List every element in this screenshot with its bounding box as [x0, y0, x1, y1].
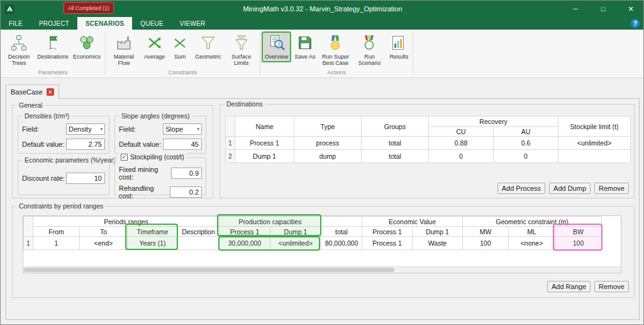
- cell-recovery-au[interactable]: 0: [494, 150, 558, 163]
- horizontal-scrollbar[interactable]: [23, 266, 621, 273]
- decision-trees-button[interactable]: Decision Trees: [2, 31, 36, 69]
- destinations-remove-button[interactable]: Remove: [594, 183, 629, 194]
- rehandling-cost-label: Rehandling cost:: [119, 185, 170, 200]
- constraints-row: 1 1 <end> Years (1) 30,000,000 <unlimite…: [24, 237, 602, 250]
- group-header-economic: Economic Value: [362, 217, 463, 227]
- cell-prod-process[interactable]: 30,000,000: [219, 237, 270, 250]
- densities-field-select[interactable]: Density ▾: [66, 123, 105, 135]
- chevron-down-icon: ▾: [100, 127, 103, 132]
- destination-row: 2 Dump 1 dump total 0 0: [226, 150, 631, 163]
- ribbon-divider: [413, 31, 413, 75]
- cell-groups[interactable]: total: [362, 137, 429, 150]
- cell-from[interactable]: 1: [33, 237, 80, 250]
- economic-parameters-group: Economic parameters (%/year) Discount ra…: [18, 160, 109, 195]
- window-title: MiningMath v3.0.32 - Marvin_Strategy_Opt…: [243, 5, 402, 13]
- general-group: General Densities (t/m³) Field: Density …: [12, 105, 213, 198]
- decision-trees-icon: [10, 34, 28, 53]
- corner-header: [24, 217, 33, 237]
- scrollbar-thumb[interactable]: [24, 268, 394, 272]
- cell-ml[interactable]: <none>: [509, 237, 555, 250]
- geometric-icon: [199, 34, 217, 53]
- material-flow-icon: [115, 34, 133, 53]
- status-badge: All Completed (1): [64, 2, 114, 14]
- add-process-button[interactable]: Add Process: [497, 183, 545, 194]
- minimize-button[interactable]: ─: [562, 1, 589, 17]
- cell-econ-dump[interactable]: Waste: [413, 237, 463, 250]
- col-header-prod-dump: Dump 1: [270, 227, 321, 237]
- overview-button[interactable]: Overview: [262, 31, 292, 62]
- slope-field-label: Field:: [119, 125, 136, 133]
- ribbon-button-label: Surface Limits: [228, 54, 255, 67]
- close-button[interactable]: ✕: [617, 1, 644, 17]
- cell-groups[interactable]: total: [362, 150, 429, 163]
- cell-name[interactable]: Dump 1: [235, 150, 294, 163]
- cell-mw[interactable]: 100: [463, 237, 509, 250]
- tab-file[interactable]: FILE: [1, 17, 31, 30]
- cell-bw[interactable]: 100: [555, 237, 602, 250]
- cell-prod-dump[interactable]: <unlimited>: [270, 237, 321, 250]
- document-tab-basecase[interactable]: BaseCase ✕: [6, 84, 59, 99]
- stockpiling-checkbox[interactable]: ✓: [121, 154, 128, 161]
- discount-rate-input[interactable]: 10: [66, 173, 105, 184]
- constraints-table: Periods ranges Production capacities Eco…: [23, 216, 602, 250]
- ribbon-button-label: Sum: [174, 54, 186, 60]
- maximize-button[interactable]: □: [589, 1, 617, 17]
- sum-icon: [171, 34, 189, 53]
- cell-recovery-au[interactable]: 0.6: [494, 137, 558, 150]
- row-number: 2: [226, 150, 235, 163]
- fixed-mining-cost-input[interactable]: 0.9: [171, 168, 202, 179]
- rehandling-cost-input[interactable]: 0.2: [170, 186, 202, 198]
- constraints-remove-button[interactable]: Remove: [594, 281, 629, 292]
- stockpiling-group: ✓ Stockpiling (cost/t) Fixed mining cost…: [114, 157, 206, 195]
- geometric-button[interactable]: Geometric: [192, 31, 225, 62]
- cell-stockpile-limit[interactable]: [558, 150, 631, 163]
- cell-recovery-cu[interactable]: 0: [429, 150, 494, 163]
- tab-scenarios[interactable]: SCENARIOS: [77, 17, 132, 30]
- run-scenario-button[interactable]: Run Scenario: [352, 31, 386, 69]
- cell-total[interactable]: 80,000,000: [321, 237, 362, 250]
- col-header-groups: Groups: [362, 117, 429, 137]
- economics-icon: [78, 34, 96, 53]
- col-header-ml: ML: [509, 227, 555, 237]
- cell-name[interactable]: Process 1: [235, 137, 294, 150]
- cell-type[interactable]: process: [294, 137, 362, 150]
- add-range-button[interactable]: Add Range: [547, 281, 591, 292]
- slope-group: Slope angles (degrees) Field: Slope ▾ De…: [114, 116, 206, 154]
- cell-recovery-cu[interactable]: 0.88: [429, 137, 494, 150]
- densities-default-input[interactable]: 2.75: [66, 139, 105, 150]
- material-flow-button[interactable]: Material Flow: [107, 31, 141, 69]
- add-dump-button[interactable]: Add Dump: [549, 183, 591, 194]
- col-header-to: To: [80, 227, 128, 237]
- tab-close-icon[interactable]: ✕: [47, 88, 54, 96]
- help-icon[interactable]: ?: [631, 19, 640, 28]
- economics-button[interactable]: Economics: [70, 31, 104, 62]
- slope-field-select[interactable]: Slope ▾: [163, 123, 202, 135]
- ribbon-group-constraints: Material Flow Average Sum Geometric Surf…: [107, 30, 258, 77]
- average-button[interactable]: Average: [141, 31, 168, 62]
- destinations-button[interactable]: Destinations: [36, 31, 70, 62]
- ribbon-button-label: Run Scenario: [355, 54, 383, 67]
- ribbon-group-actions: Overview Save As Run Super Best Case Run…: [262, 30, 412, 77]
- ribbon-button-label: Average: [144, 54, 165, 60]
- results-button[interactable]: Results: [386, 31, 411, 62]
- group-header-geometric: Geometric constraint (m): [463, 217, 602, 227]
- surface-limits-button[interactable]: Surface Limits: [225, 31, 258, 69]
- save-as-button[interactable]: Save As: [291, 31, 318, 62]
- cell-econ-process[interactable]: Process 1: [362, 237, 413, 250]
- cell-description[interactable]: [178, 237, 219, 250]
- slope-default-input[interactable]: 45: [163, 139, 202, 150]
- cell-stockpile-limit[interactable]: <unlimited>: [558, 137, 631, 150]
- cell-to[interactable]: <end>: [80, 237, 128, 250]
- cell-type[interactable]: dump: [294, 150, 362, 163]
- window-controls: ─ □ ✕: [562, 1, 644, 17]
- sum-button[interactable]: Sum: [168, 31, 192, 62]
- tab-queue[interactable]: QUEUE: [132, 17, 172, 30]
- tab-project[interactable]: PROJECT: [31, 17, 77, 30]
- ribbon-button-label: Results: [389, 54, 408, 60]
- ribbon-tab-bar: FILE PROJECT SCENARIOS QUEUE VIEWER ?: [1, 17, 644, 30]
- tab-viewer[interactable]: VIEWER: [172, 17, 214, 30]
- run-super-best-case-button[interactable]: Run Super Best Case: [318, 31, 352, 69]
- cell-timeframe[interactable]: Years (1): [128, 237, 178, 250]
- constraints-group-title: Constraints by period ranges: [17, 202, 105, 210]
- ribbon-divider: [260, 31, 260, 75]
